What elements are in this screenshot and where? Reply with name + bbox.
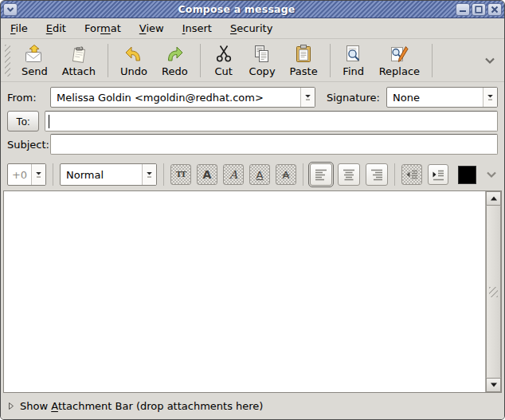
- from-row: From: Melissa Goldin <mgoldin@redhat.com…: [1, 82, 504, 109]
- signature-label: Signature:: [327, 92, 380, 104]
- format-separator: [53, 163, 53, 186]
- expander-triangle-icon: [8, 402, 14, 410]
- strikethrough-toggle[interactable]: A: [276, 164, 296, 185]
- font-size-combobox[interactable]: +0: [7, 163, 46, 186]
- text-cursor: [49, 115, 49, 128]
- to-input[interactable]: [45, 112, 497, 131]
- unindent-icon: [404, 167, 420, 183]
- menu-item-edit[interactable]: Edit: [46, 19, 66, 37]
- subject-input[interactable]: [51, 135, 497, 154]
- from-label: From:: [7, 92, 50, 104]
- subject-entry[interactable]: [50, 134, 498, 155]
- align-center-icon: [341, 167, 357, 183]
- close-icon: [490, 6, 499, 14]
- combo-arrow-button[interactable]: [300, 88, 315, 107]
- menu-bar: File Edit Format View Insert Security: [1, 18, 504, 39]
- redo-button[interactable]: Redo: [155, 42, 195, 79]
- maximize-button[interactable]: [472, 3, 486, 16]
- toolbar-separator: [108, 44, 108, 77]
- compose-window: Compose a message File Edit Format View …: [0, 0, 505, 420]
- paragraph-style-value: Normal: [61, 164, 142, 185]
- attach-button[interactable]: Attach: [55, 42, 103, 79]
- minimize-button[interactable]: [456, 3, 470, 16]
- main-toolbar: Send Attach Undo Redo: [1, 39, 504, 82]
- replace-button[interactable]: Replace: [372, 42, 427, 79]
- arrow-up-icon: [490, 195, 498, 202]
- to-row: To:: [1, 109, 504, 133]
- thumb-grip: [489, 287, 498, 297]
- maximize-icon: [474, 6, 483, 14]
- align-right-toggle[interactable]: [366, 163, 388, 186]
- replace-icon: [389, 44, 409, 65]
- align-right-icon: [369, 167, 385, 183]
- cut-button[interactable]: Cut: [206, 42, 242, 79]
- send-button[interactable]: Send: [14, 42, 55, 79]
- to-button[interactable]: To:: [7, 111, 39, 131]
- combo-arrow-icon: [304, 93, 311, 101]
- typewriter-toggle[interactable]: TT: [170, 164, 191, 185]
- attachment-bar-label: Show Attachment Bar (drop attachments he…: [20, 400, 263, 412]
- menu-item-insert[interactable]: Insert: [182, 19, 212, 37]
- window-title: Compose a message: [19, 3, 454, 15]
- text-color-swatch[interactable]: [458, 166, 476, 184]
- title-bar[interactable]: Compose a message: [1, 1, 504, 18]
- copy-icon: [252, 44, 272, 65]
- align-center-toggle[interactable]: [338, 163, 360, 186]
- format-separator: [163, 163, 164, 186]
- find-button[interactable]: Find: [335, 42, 372, 79]
- attachment-bar-expander[interactable]: Show Attachment Bar (drop attachments he…: [1, 393, 504, 419]
- format-toolbar: +0 Normal TT A A A A: [1, 159, 504, 190]
- paste-button[interactable]: Paste: [283, 42, 325, 79]
- scroll-down-button[interactable]: [486, 378, 501, 392]
- undo-icon: [123, 44, 144, 65]
- message-body-editor[interactable]: [4, 191, 485, 392]
- bold-toggle[interactable]: A: [197, 164, 217, 185]
- toolbar-separator: [330, 44, 331, 77]
- subject-row: Subject:: [1, 133, 504, 159]
- signature-value: None: [387, 88, 483, 107]
- minimize-icon: [458, 6, 468, 14]
- arrow-down-icon: [490, 382, 498, 388]
- indent-button[interactable]: [428, 164, 448, 185]
- find-icon: [343, 44, 364, 65]
- scroll-up-button[interactable]: [486, 191, 501, 206]
- vertical-scrollbar[interactable]: [485, 191, 501, 392]
- combo-arrow-button[interactable]: [483, 88, 497, 107]
- underline-toggle[interactable]: A: [249, 164, 270, 185]
- undo-button[interactable]: Undo: [113, 42, 155, 79]
- combo-arrow-icon: [146, 171, 153, 179]
- copy-button[interactable]: Copy: [242, 42, 283, 79]
- align-left-icon: [313, 167, 329, 183]
- unindent-button[interactable]: [401, 164, 422, 185]
- paste-icon: [293, 44, 314, 65]
- menu-item-file[interactable]: File: [10, 19, 28, 37]
- subject-label: Subject:: [7, 139, 50, 151]
- toolbar-overflow-button[interactable]: [483, 55, 496, 66]
- combo-arrow-icon: [35, 171, 42, 179]
- paragraph-style-combobox[interactable]: Normal: [60, 163, 157, 186]
- attach-icon: [69, 44, 89, 65]
- from-value: Melissa Goldin <mgoldin@redhat.com>: [51, 88, 300, 107]
- close-button[interactable]: [487, 3, 502, 16]
- scrollbar-thumb[interactable]: [486, 206, 501, 378]
- font-size-value: +0: [8, 164, 31, 185]
- combo-arrow-button[interactable]: [142, 164, 156, 185]
- menu-item-security[interactable]: Security: [230, 19, 272, 37]
- combo-arrow-button[interactable]: [31, 164, 45, 185]
- menu-item-view[interactable]: View: [139, 19, 164, 37]
- menu-item-format[interactable]: Format: [84, 19, 121, 37]
- redo-icon: [164, 44, 185, 65]
- italic-toggle[interactable]: A: [223, 164, 244, 185]
- signature-combobox[interactable]: None: [386, 87, 498, 108]
- toolbar-drag-handle[interactable]: [5, 45, 10, 77]
- chevron-down-icon: [485, 169, 498, 180]
- to-entry[interactable]: [45, 111, 498, 131]
- toolbar-separator: [200, 44, 201, 77]
- align-left-toggle[interactable]: [310, 163, 332, 186]
- toolbar-separator: [432, 44, 433, 77]
- from-combobox[interactable]: Melissa Goldin <mgoldin@redhat.com>: [50, 87, 315, 108]
- send-icon: [24, 44, 45, 65]
- format-overflow-button[interactable]: [485, 169, 498, 180]
- window-menu-button[interactable]: [3, 3, 18, 16]
- chevron-down-icon: [483, 55, 496, 66]
